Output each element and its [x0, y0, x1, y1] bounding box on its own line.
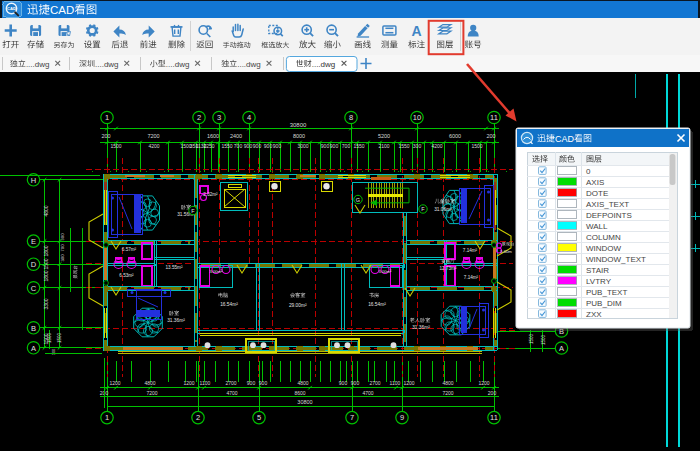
svg-text:16.54m²: 16.54m²: [368, 302, 386, 307]
svg-text:4200: 4200: [148, 143, 159, 149]
svg-text:6.53m²: 6.53m²: [119, 273, 134, 278]
svg-text:900: 900: [339, 380, 348, 386]
svg-text:900: 900: [253, 143, 262, 149]
svg-text:1550: 1550: [353, 143, 364, 149]
svg-text:8600: 8600: [294, 390, 305, 396]
svg-text:7.14m²: 7.14m²: [464, 275, 479, 280]
svg-text:3000: 3000: [297, 143, 308, 149]
svg-text:8000: 8000: [293, 133, 305, 139]
svg-text:1500: 1500: [47, 332, 52, 343]
svg-text:11: 11: [490, 413, 498, 422]
svg-text:1550: 1550: [221, 143, 232, 149]
svg-text:29.00m²: 29.00m²: [289, 303, 307, 308]
svg-text:A: A: [31, 344, 36, 353]
svg-text:7200: 7200: [147, 133, 159, 139]
svg-text:4200: 4200: [431, 143, 442, 149]
svg-text:A: A: [559, 344, 564, 353]
svg-text:5: 5: [257, 413, 261, 422]
svg-text:30800: 30800: [290, 122, 307, 128]
svg-text:DOTE: DOTE: [586, 189, 608, 198]
svg-text:WALL: WALL: [586, 222, 608, 231]
svg-text:6000: 6000: [449, 133, 461, 139]
svg-text:700: 700: [342, 143, 351, 149]
svg-text:1100: 1100: [390, 380, 401, 386]
svg-text:300: 300: [60, 254, 65, 262]
svg-text:4: 4: [247, 113, 251, 122]
svg-text:2100: 2100: [378, 143, 389, 149]
svg-text:900: 900: [244, 143, 253, 149]
svg-text:9: 9: [400, 413, 404, 422]
svg-text:31.36m²: 31.36m²: [167, 318, 185, 323]
svg-text:31.36m²: 31.36m²: [412, 325, 430, 330]
svg-text:700: 700: [234, 143, 243, 149]
svg-text:A: A: [412, 23, 422, 39]
svg-text:8: 8: [349, 113, 353, 122]
svg-text:3.00m²: 3.00m²: [209, 269, 223, 274]
svg-text:2.02m²: 2.02m²: [203, 192, 218, 197]
svg-text:2: 2: [197, 113, 201, 122]
svg-text:LVTRY: LVTRY: [586, 277, 612, 286]
svg-text:....dwg: ....dwg: [312, 60, 336, 69]
svg-text:1500: 1500: [57, 332, 62, 343]
svg-text:900: 900: [321, 143, 330, 149]
svg-text:2400: 2400: [230, 133, 242, 139]
svg-text:4800: 4800: [297, 380, 308, 386]
svg-text:1500: 1500: [43, 258, 49, 269]
svg-text:200: 200: [101, 133, 110, 139]
svg-text:ZXX: ZXX: [586, 310, 602, 319]
svg-text:16.54m²: 16.54m²: [220, 302, 238, 307]
svg-text:....dwg: ....dwg: [237, 60, 261, 69]
svg-text:7200: 7200: [146, 390, 157, 396]
svg-text:4800: 4800: [144, 380, 155, 386]
svg-text:1100: 1100: [200, 380, 211, 386]
svg-text:1: 1: [105, 413, 109, 422]
svg-text:AXIS_TEXT: AXIS_TEXT: [586, 200, 629, 209]
svg-text:300: 300: [51, 348, 56, 355]
svg-text:COLUMN: COLUMN: [586, 233, 621, 242]
svg-text:900: 900: [330, 143, 339, 149]
svg-text:B: B: [31, 324, 36, 333]
svg-text:900: 900: [259, 380, 268, 386]
svg-text:31.06m²: 31.06m²: [434, 207, 452, 212]
svg-text:1500: 1500: [110, 143, 121, 149]
svg-text:900: 900: [351, 380, 360, 386]
svg-text:900: 900: [264, 143, 273, 149]
svg-text:CAD: CAD: [7, 6, 16, 11]
svg-text:1200: 1200: [183, 380, 194, 386]
svg-text:200: 200: [488, 390, 497, 396]
svg-text:4700: 4700: [362, 390, 373, 396]
svg-text:13.55m²: 13.55m²: [166, 265, 183, 270]
svg-text:1500: 1500: [471, 143, 482, 149]
svg-text:H: H: [31, 176, 36, 185]
svg-text:2700: 2700: [225, 380, 236, 386]
svg-text:WINDOW_TEXT: WINDOW_TEXT: [586, 255, 646, 264]
svg-text:7200: 7200: [442, 390, 453, 396]
svg-text:2: 2: [196, 413, 200, 422]
svg-text:10: 10: [413, 113, 421, 122]
svg-text:G: G: [356, 197, 360, 203]
svg-text:200: 200: [100, 390, 109, 396]
svg-text:STAIR: STAIR: [586, 266, 609, 275]
svg-text:D: D: [31, 260, 37, 269]
svg-text:WINDOW: WINDOW: [586, 244, 622, 253]
svg-text:700: 700: [60, 244, 65, 252]
svg-text:DEFPOINTS: DEFPOINTS: [586, 211, 632, 220]
svg-text:4700: 4700: [226, 390, 237, 396]
svg-text:2700: 2700: [369, 380, 380, 386]
svg-text:900: 900: [247, 380, 256, 386]
svg-text:7.14m²: 7.14m²: [463, 248, 478, 253]
svg-text:4800: 4800: [43, 205, 49, 216]
svg-text:1200: 1200: [109, 380, 120, 386]
svg-text:E: E: [31, 237, 36, 246]
svg-text:5200: 5200: [378, 133, 390, 139]
svg-text:7: 7: [350, 413, 354, 422]
svg-text:1800: 1800: [43, 245, 49, 256]
svg-text:900: 900: [273, 143, 282, 149]
svg-text:3: 3: [217, 113, 221, 122]
svg-text:11: 11: [490, 113, 498, 122]
svg-text:AXIS: AXIS: [586, 178, 604, 187]
svg-text:6.57m²: 6.57m²: [122, 247, 137, 252]
svg-text:4800: 4800: [442, 380, 453, 386]
svg-text:1500: 1500: [541, 334, 546, 345]
svg-text:1550: 1550: [398, 143, 409, 149]
